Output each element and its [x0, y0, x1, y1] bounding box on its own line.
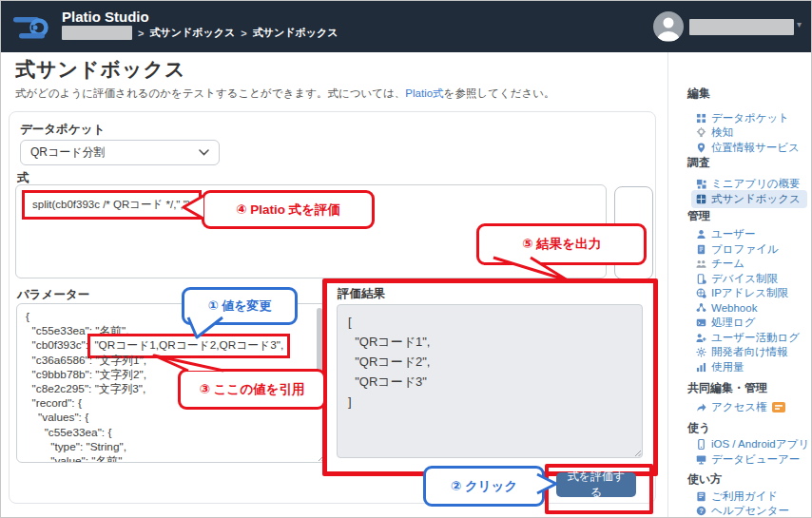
redacted-user-name[interactable] [689, 19, 794, 35]
sidebar-item-label: ユーザー [711, 227, 756, 241]
sidebar-section-use: 使う [687, 421, 710, 434]
sidebar-item-label: 式サンドボックス [711, 192, 801, 206]
sidebar-item-profile[interactable]: プロファイル [696, 242, 779, 257]
data-viewer-icon [696, 454, 706, 465]
detection-icon [696, 127, 706, 138]
sidebar-item-label: 処理ログ [711, 316, 756, 330]
sidebar-item-detection[interactable]: 検知 [696, 125, 733, 140]
sidebar-item-label: ミニアプリの概要 [711, 177, 801, 191]
sidebar-item-device-restriction[interactable]: デバイス制限 [696, 272, 778, 286]
sidebar-item-mobile-apps[interactable]: iOS / Androidアプリ [696, 437, 809, 451]
ip-restriction-icon [696, 288, 706, 298]
sidebar-section-edit: 編集 [687, 86, 710, 100]
device-restriction-icon [696, 274, 706, 284]
sidebar-item-label: 位置情報サービス [711, 141, 800, 155]
code-line: "value": "名前", [26, 454, 326, 463]
location-icon [696, 143, 706, 153]
sidebar-item-usage[interactable]: 使用量 [696, 360, 744, 374]
sidebar-item-user-guide[interactable]: ご利用ガイド [696, 489, 778, 504]
platio-logo-icon[interactable] [12, 13, 54, 42]
code-line: ] [348, 392, 642, 412]
sidebar-item-ip-restriction[interactable]: IPアドレス制限 [696, 286, 788, 300]
evaluate-button[interactable]: 式を評価する [556, 472, 636, 497]
miniapp-overview-icon [696, 179, 706, 189]
description-text: を参照してください。 [444, 87, 555, 99]
premium-badge [772, 402, 785, 412]
code-line: "QRコード3" [348, 372, 642, 392]
breadcrumb: > 式サンドボックス > 式サンドボックス [62, 26, 338, 40]
code-line: "type": "String", [26, 440, 326, 454]
description-text: 式がどのように評価されるのかをテストすることができます。式については、 [15, 87, 405, 99]
sidebar-item-process-log[interactable]: 処理ログ [696, 316, 756, 330]
sidebar-item-help-center[interactable]: ? ヘルプセンター [696, 504, 789, 518]
code-line: [ [348, 312, 642, 332]
page-description: 式がどのように評価されるのかをテストすることができます。式については、Plati… [15, 86, 555, 101]
sidebar-item-data-pockets[interactable]: データポケット [696, 111, 789, 125]
platio-expression-link[interactable]: Platio式 [405, 87, 443, 99]
user-menu-caret-icon[interactable]: ▾ [797, 19, 802, 29]
app-header: Platio Studio > 式サンドボックス > 式サンドボックス ▾ [1, 1, 811, 52]
callout-step2: ② クリック [423, 466, 545, 507]
sidebar-item-user-activity-log[interactable]: ユーザー活動ログ [696, 331, 800, 345]
sidebar-item-location-services[interactable]: 位置情報サービス [696, 141, 800, 155]
help-icon: ? [696, 506, 706, 516]
param-key: "cb0f393c": [26, 338, 91, 352]
parameters-scrollbar[interactable] [317, 308, 322, 376]
sidebar-section-manage: 管理 [687, 209, 710, 222]
process-log-icon [696, 317, 706, 328]
breadcrumb-separator: > [241, 28, 246, 39]
callout-tail [491, 256, 572, 284]
breadcrumb-item-current[interactable]: 式サンドボックス [253, 26, 338, 40]
result-label: 評価結果 [338, 286, 385, 302]
callout-tail [185, 316, 225, 340]
profile-icon [696, 244, 706, 255]
mobile-apps-icon [696, 439, 706, 450]
breadcrumb-separator: > [138, 28, 144, 39]
team-icon [696, 259, 706, 269]
callout-tail [535, 471, 560, 496]
data-pocket-selected-value: QRコード分割 [30, 144, 106, 161]
sidebar-item-label: iOS / Androidアプリ [711, 437, 809, 451]
code-line: "QRコード2", [348, 352, 642, 372]
user-avatar[interactable] [653, 11, 684, 42]
code-line: "c55e33ea": { [26, 426, 326, 440]
callout-tail [151, 353, 227, 374]
callout-tail [181, 194, 205, 221]
users-icon [696, 229, 706, 240]
sidebar-item-miniapp-overview[interactable]: ミニアプリの概要 [696, 177, 801, 191]
platio-studio-app: Platio Studio > 式サンドボックス > 式サンドボックス ▾ 式サ… [0, 0, 812, 518]
pocket-grid-icon [696, 113, 706, 124]
resize-handle[interactable] [318, 454, 325, 462]
usage-icon [696, 362, 706, 373]
sidebar-item-expression-sandbox[interactable]: 式サンドボックス [691, 190, 807, 208]
redacted-app-name[interactable] [62, 26, 132, 40]
sidebar-item-label: チーム [711, 257, 744, 271]
sidebar-item-data-viewer[interactable]: データビューアー [696, 452, 800, 467]
person-icon [653, 11, 684, 42]
sidebar-item-label: プロファイル [711, 242, 779, 257]
resize-handle[interactable] [634, 450, 642, 457]
app-title: Platio Studio [62, 9, 149, 25]
sidebar-item-access-rights[interactable]: アクセス権 [696, 400, 785, 414]
result-textarea[interactable]: [ "QRコード1", "QRコード2", "QRコード3" ] [337, 304, 643, 458]
sidebar-item-label: ユーザー活動ログ [711, 331, 800, 345]
sidebar-item-team[interactable]: チーム [696, 257, 744, 271]
access-rights-icon [696, 402, 706, 412]
developer-info-icon [696, 347, 706, 357]
breadcrumb-item[interactable]: 式サンドボックス [149, 26, 235, 40]
page-title: 式サンドボックス [15, 56, 185, 83]
sidebar-item-label: デバイス制限 [711, 272, 778, 286]
sidebar-item-webhook[interactable]: Webhook [696, 300, 757, 315]
sidebar-item-label: 開発者向け情報 [711, 345, 788, 359]
sidebar-item-users[interactable]: ユーザー [696, 227, 756, 241]
sidebar-item-label: データポケット [711, 111, 789, 125]
guide-icon [696, 491, 706, 502]
chevron-down-icon [199, 149, 209, 156]
data-pocket-select[interactable]: QRコード分割 [20, 140, 220, 165]
webhook-icon [696, 302, 706, 313]
user-activity-log-icon [696, 333, 706, 343]
sidebar-item-developer-info[interactable]: 開発者向け情報 [696, 345, 788, 359]
parameters-label: パラメーター [17, 287, 89, 303]
code-line: "QRコード1", [348, 332, 642, 352]
sidebar-item-label: ご利用ガイド [711, 489, 778, 504]
